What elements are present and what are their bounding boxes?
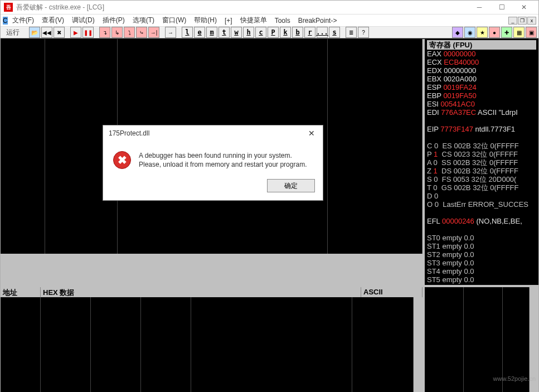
dump-body[interactable]: [1, 297, 423, 392]
main-area: 地址 HEX 数据 ASCII 寄存器 (FPU) EAX 00000000 E…: [1, 38, 538, 392]
mdi-minimize[interactable]: _: [508, 17, 517, 25]
window-controls: ─ ☐ ✕: [468, 1, 535, 14]
stop-icon[interactable]: ✖: [54, 27, 65, 38]
plugin7-icon[interactable]: ▣: [526, 27, 537, 38]
btn-m[interactable]: m: [206, 27, 217, 38]
dump-header: 地址 HEX 数据 ASCII: [1, 287, 423, 297]
menu-help[interactable]: 帮助(H): [191, 14, 220, 26]
window-title: 吾爱破解 - cstrike.exe - [LCG]: [16, 3, 468, 12]
dump-col-hex[interactable]: HEX 数据: [41, 287, 361, 297]
menu-file[interactable]: 文件(F): [9, 14, 37, 26]
mdi-close[interactable]: x: [527, 17, 536, 25]
list-icon[interactable]: ≣: [346, 27, 357, 38]
menu-window[interactable]: 窗口(W): [159, 14, 190, 26]
btn-e[interactable]: e: [194, 27, 205, 38]
btn-w[interactable]: w: [231, 27, 242, 38]
menu-plugins[interactable]: 插件(P): [99, 14, 128, 26]
btn-h[interactable]: h: [243, 27, 254, 38]
btn-l[interactable]: l: [182, 27, 193, 38]
plugin1-icon[interactable]: ◆: [452, 27, 463, 38]
registers-header: 寄存器 (FPU): [427, 40, 536, 50]
dialog-message: A debugger has been found running in you…: [139, 151, 307, 169]
left-pane: 地址 HEX 数据 ASCII: [1, 39, 425, 392]
btn-r[interactable]: r: [304, 27, 315, 38]
btn-p[interactable]: P: [268, 27, 279, 38]
run-icon[interactable]: ▶: [70, 27, 81, 38]
error-dialog: 175Protect.dll ✕ ✖ A debugger has been f…: [103, 125, 323, 201]
dialog-close-button[interactable]: ✕: [306, 128, 317, 139]
menubar: C 文件(F) 查看(V) 调试(D) 插件(P) 选项(T) 窗口(W) 帮助…: [1, 14, 538, 27]
btn-b[interactable]: b: [292, 27, 303, 38]
dump-col-addr[interactable]: 地址: [1, 287, 41, 297]
close-button[interactable]: ✕: [513, 1, 535, 14]
question-icon[interactable]: ?: [358, 27, 369, 38]
toolbar: 运行 📂 ◀◀ ✖ ▶ ❚❚ ↴ ↳ ⤵ ⤷ →| → l e m t w h …: [1, 27, 538, 38]
dump-scrollbar[interactable]: [414, 297, 423, 392]
mdi-restore[interactable]: ❐: [518, 17, 527, 25]
goto-icon[interactable]: →: [165, 27, 176, 38]
open-icon[interactable]: 📂: [29, 27, 40, 38]
rewind-icon[interactable]: ◀◀: [41, 27, 52, 38]
stack-scrollbar[interactable]: [530, 287, 538, 392]
menu-breakpoint[interactable]: BreakPoint->: [295, 16, 341, 26]
dialog-ok-button[interactable]: 确定: [267, 179, 315, 192]
menu-quick[interactable]: 快捷菜单: [237, 14, 270, 26]
btn-more[interactable]: ...: [317, 27, 328, 38]
dialog-titlebar[interactable]: 175Protect.dll ✕: [103, 125, 323, 141]
stack-pane[interactable]: [425, 287, 538, 392]
dialog-title: 175Protect.dll: [109, 129, 149, 137]
menu-view[interactable]: 查看(V): [38, 14, 67, 26]
pause-icon[interactable]: ❚❚: [82, 27, 94, 38]
run-to-ret-icon[interactable]: →|: [148, 27, 159, 38]
trace-into-icon[interactable]: ⤵: [124, 27, 135, 38]
plugin3-icon[interactable]: ★: [477, 27, 488, 38]
titlebar: 吾 吾爱破解 - cstrike.exe - [LCG] ─ ☐ ✕: [1, 1, 538, 14]
step-over-icon[interactable]: ↳: [111, 27, 123, 38]
menu-tools[interactable]: Tools: [271, 16, 294, 26]
btn-k[interactable]: k: [280, 27, 291, 38]
menu-plus[interactable]: [+]: [221, 16, 236, 26]
registers-pane[interactable]: 寄存器 (FPU) EAX 00000000 ECX ECB40000 EDX …: [425, 39, 538, 285]
btn-s[interactable]: s: [329, 27, 340, 38]
plugin2-icon[interactable]: ◉: [464, 27, 475, 38]
run-status: 运行: [2, 28, 24, 37]
child-icon: C: [3, 17, 8, 25]
info-strip: [1, 254, 423, 285]
plugin5-icon[interactable]: ✚: [501, 27, 512, 38]
maximize-button[interactable]: ☐: [491, 1, 513, 14]
minimize-button[interactable]: ─: [468, 1, 491, 14]
btn-t[interactable]: t: [218, 27, 230, 38]
trace-over-icon[interactable]: ⤷: [136, 27, 147, 38]
step-into-icon[interactable]: ↴: [99, 27, 110, 38]
right-pane: 寄存器 (FPU) EAX 00000000 ECX ECB40000 EDX …: [425, 39, 538, 392]
btn-c[interactable]: c: [255, 27, 266, 38]
plugin4-icon[interactable]: ●: [489, 27, 500, 38]
dump-pane: 地址 HEX 数据 ASCII: [1, 287, 423, 392]
dump-col-ascii[interactable]: ASCII: [361, 287, 423, 297]
menu-debug[interactable]: 调试(D): [69, 14, 98, 26]
menu-options[interactable]: 选项(T): [129, 14, 158, 26]
error-icon: ✖: [113, 151, 131, 169]
app-icon: 吾: [4, 3, 13, 12]
plugin6-icon[interactable]: ▦: [513, 27, 525, 38]
